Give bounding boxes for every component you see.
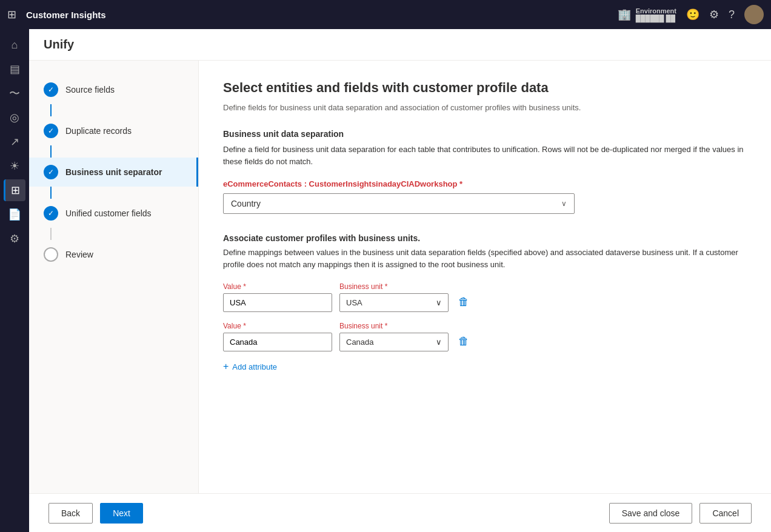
steps-sidebar: ✓ Source fields ✓ Duplicate records ✓ Bu… [29,61,199,493]
main-layout: ⌂ ▤ 〜 ◎ ↗ ☀ ⊞ 📄 ⚙ Unify ✓ Source fields [0,29,771,532]
environment-label: Environment [636,7,676,15]
sidebar-nav-report[interactable]: 📄 [4,204,25,225]
business-unit-select-1[interactable]: USA ∨ [339,293,449,312]
step-circle-source-fields: ✓ [44,82,58,97]
business-unit-field-group-1: Business unit * USA ∨ [339,282,449,312]
environment-icon: 🏢 [618,8,631,21]
sidebar-nav-settings[interactable]: ⚙ [4,228,25,250]
business-unit-label-2: Business unit * [339,322,449,330]
delete-row-1-button[interactable]: 🗑 [456,293,472,311]
sidebar-nav-lightbulb[interactable]: ☀ [4,155,25,177]
step-connector-4 [50,228,52,240]
sidebar-nav-chart[interactable]: ↗ [4,131,25,153]
sidebar-nav-analytics[interactable]: 〜 [4,82,25,104]
sidebar-nav-dashboard[interactable]: ▤ [4,58,25,80]
step-unified-customer-fields[interactable]: ✓ Unified customer fields [29,199,198,228]
business-unit-value-1: USA [346,298,362,307]
associate-section-desc: Define mappings between values in the bu… [223,247,747,270]
chevron-down-icon: ∨ [561,199,567,208]
grid-icon[interactable]: ⊞ [7,8,16,21]
step-business-unit-separator[interactable]: ✓ Business unit separator [29,158,198,187]
entity-required: * [459,179,462,188]
value-label-2: Value * [223,322,332,330]
value-field-group-1: Value * [223,282,332,312]
step-circle-unified-customer-fields: ✓ [44,206,58,221]
next-button[interactable]: Next [100,503,143,524]
associate-section: Associate customer profiles with busines… [223,233,747,372]
footer: Back Next Save and close Cancel [29,493,771,532]
page-title: Unify [44,38,74,52]
environment-info: 🏢 Environment ██████ ██ [618,7,676,22]
business-unit-label-1: Business unit * [339,282,449,291]
nav-right: 🏢 Environment ██████ ██ 🙂 ⚙ ? [618,5,764,24]
add-attribute-button[interactable]: + Add attribute [223,361,747,372]
step-connector-1 [50,104,52,116]
content-area: ✓ Source fields ✓ Duplicate records ✓ Bu… [29,61,771,493]
step-label-review: Review [65,250,93,259]
dropdown-value: Country [231,199,261,208]
step-label-duplicate-records: Duplicate records [65,126,132,136]
sidebar-nav-home[interactable]: ⌂ [4,34,25,56]
cancel-button[interactable]: Cancel [699,503,752,524]
delete-row-2-button[interactable]: 🗑 [456,333,472,350]
sidebar-nav-target[interactable]: ◎ [4,107,25,128]
value-required-1: * [243,282,246,291]
plus-icon: + [223,361,229,372]
step-duplicate-records[interactable]: ✓ Duplicate records [29,116,198,145]
step-connector-2 [50,145,52,158]
app-title: Customer Insights [26,10,610,20]
value-field-group-2: Value * [223,322,332,351]
sidebar-left: ⌂ ▤ 〜 ◎ ↗ ☀ ⊞ 📄 ⚙ [0,29,29,532]
country-dropdown[interactable]: Country ∨ [223,193,575,214]
content-title: Select entities and fields with customer… [223,80,747,96]
step-label-business-unit-separator: Business unit separator [65,167,162,177]
step-circle-business-unit-separator: ✓ [44,165,58,179]
step-label-source-fields: Source fields [65,85,115,95]
associate-section-title: Associate customer profiles with busines… [223,233,747,243]
feedback-icon[interactable]: 🙂 [686,8,699,21]
step-review[interactable]: Review [29,240,198,269]
value-input-1[interactable] [223,293,332,312]
page-area: Unify ✓ Source fields ✓ Duplicate record… [29,29,771,532]
add-attribute-label: Add attribute [232,362,277,371]
step-connector-3 [50,187,52,199]
step-label-unified-customer-fields: Unified customer fields [65,208,152,218]
business-unit-section-title: Business unit data separation [223,129,747,139]
environment-value: ██████ ██ [636,15,676,22]
mapping-row-1: Value * Business unit * [223,282,747,312]
sidebar-nav-data[interactable]: ⊞ [4,179,25,201]
mapping-row-2: Value * Business unit * [223,322,747,351]
step-source-fields[interactable]: ✓ Source fields [29,75,198,104]
content-subtitle: Define fields for business unit data sep… [223,103,747,112]
main-content: Select entities and fields with customer… [199,61,771,493]
step-circle-review [44,247,58,262]
top-nav: ⊞ Customer Insights 🏢 Environment ██████… [0,0,771,29]
value-input-2[interactable] [223,333,332,351]
business-unit-required-2: * [385,322,388,330]
value-required-2: * [243,322,246,330]
chevron-down-icon-1: ∨ [436,298,442,307]
business-unit-section-desc: Define a field for business unit data se… [223,144,747,167]
business-unit-required-1: * [385,282,388,291]
help-icon[interactable]: ? [729,8,735,21]
entity-label: eCommerceContacts : CustomerInsightsinad… [223,179,747,188]
back-button[interactable]: Back [48,503,93,524]
chevron-down-icon-2: ∨ [436,337,442,347]
business-unit-select-2[interactable]: Canada ∨ [339,333,449,351]
step-circle-duplicate-records: ✓ [44,124,58,138]
settings-icon[interactable]: ⚙ [709,8,719,21]
business-unit-section: Business unit data separation Define a f… [223,129,747,214]
page-header: Unify [29,29,771,61]
value-label-1: Value * [223,282,332,291]
save-close-button[interactable]: Save and close [609,503,693,524]
business-unit-field-group-2: Business unit * Canada ∨ [339,322,449,351]
business-unit-value-2: Canada [346,337,374,347]
avatar[interactable] [744,5,764,24]
